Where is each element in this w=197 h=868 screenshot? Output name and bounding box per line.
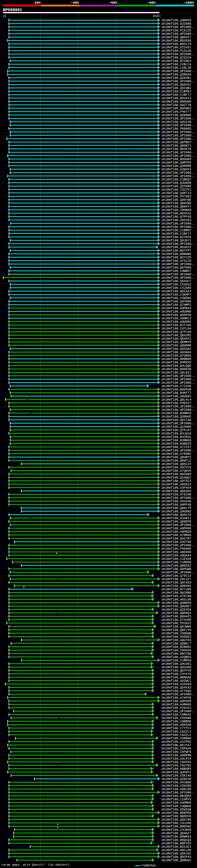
svg-text:UniRef100_O22608: UniRef100_O22608 <box>162 22 191 26</box>
svg-text:UniRef100_C9ZZL3: UniRef100_C9ZZL3 <box>162 730 191 734</box>
svg-text:UniRef100_C4JA45: UniRef100_C4JA45 <box>162 286 191 290</box>
svg-text:UniRef100_C1E4X6: UniRef100_C1E4X6 <box>162 557 191 561</box>
svg-text:UniRef100_B6KPK0: UniRef100_B6KPK0 <box>162 811 191 815</box>
svg-text:UniRef100_A1CPH2: UniRef100_A1CPH2 <box>162 740 191 744</box>
svg-text:UniRef100_Q3U850: UniRef100_Q3U850 <box>162 181 191 185</box>
svg-text:UniRef100_Q6BGU2: UniRef100_Q6BGU2 <box>162 859 191 862</box>
svg-text:UniRef100_UPI000..: UniRef100_UPI000.. <box>162 273 195 276</box>
svg-text:UniRef100_P47962: UniRef100_P47962 <box>162 195 191 198</box>
svg-text:UniRef100_UPI000..: UniRef100_UPI000.. <box>162 242 195 246</box>
svg-text:UniRef100_UPI000..: UniRef100_UPI000.. <box>162 70 195 73</box>
svg-text:UniRef100_Q5CPX4: UniRef100_Q5CPX4 <box>162 856 191 859</box>
svg-text:UniRef100_Q5KJU2: UniRef100_Q5KJU2 <box>162 852 191 856</box>
svg-text:UniRef100_C7IXS6: UniRef100_C7IXS6 <box>162 384 191 388</box>
svg-text:UniRef100_UPI000..: UniRef100_UPI000.. <box>162 175 195 178</box>
svg-text:UniRef100_A7R4R2: UniRef100_A7R4R2 <box>162 452 191 456</box>
svg-text:UniRef100_A8UEW1: UniRef100_A8UEW1 <box>162 395 191 398</box>
svg-text:UniRef100_B7PFS8: UniRef100_B7PFS8 <box>162 215 191 219</box>
svg-text:UniRef100_B6RB96: UniRef100_B6RB96 <box>162 358 191 361</box>
svg-text:UniRef100_B3NKK9: UniRef100_B3NKK9 <box>162 439 191 442</box>
svg-text:UniRef100_Q7ZUI0: UniRef100_Q7ZUI0 <box>162 56 191 59</box>
svg-text:UniRef100_C1BEQ7: UniRef100_C1BEQ7 <box>162 178 191 181</box>
svg-text:UniRef100_C5KB00: UniRef100_C5KB00 <box>162 737 191 740</box>
svg-text:UniRef100_B0Z9K8: UniRef100_B0Z9K8 <box>162 473 191 476</box>
svg-text:AlignView.pm Beta rel.7: AlignView.pm Beta rel.7 <box>124 9 160 12</box>
svg-text:UniRef100_B2B802: UniRef100_B2B802 <box>162 645 191 649</box>
svg-text:UniRef100_A9NKC3: UniRef100_A9NKC3 <box>162 317 191 320</box>
svg-text:415|: 415| <box>153 14 161 18</box>
svg-text:UniRef100_B4JQ19: UniRef100_B4JQ19 <box>162 432 191 435</box>
svg-text:UniRef100_Q4UDE7: UniRef100_Q4UDE7 <box>162 605 191 608</box>
svg-text:UniRef100_B4LQQ5: UniRef100_B4LQQ5 <box>162 364 191 368</box>
svg-text:UniRef100_UPI000..: UniRef100_UPI000.. <box>162 130 195 134</box>
svg-text:UniRef100_UPI000..: UniRef100_UPI000.. <box>162 124 195 127</box>
svg-text:UniRef100_C9SGS4: UniRef100_C9SGS4 <box>162 649 191 652</box>
svg-text:UniRef100_A3F4S4: UniRef100_A3F4S4 <box>162 486 191 490</box>
svg-text:UniRef100_B6SQF0: UniRef100_B6SQF0 <box>162 795 191 798</box>
svg-text:UniRef100_A4RHG5: UniRef100_A4RHG5 <box>162 703 191 706</box>
svg-text:UniRef100_Q4S138: UniRef100_Q4S138 <box>162 120 191 124</box>
svg-text:UniRef100_Q59GX9: UniRef100_Q59GX9 <box>162 73 191 76</box>
svg-text:UniRef100_Q5XUC7: UniRef100_Q5XUC7 <box>162 280 191 283</box>
svg-text:UniRef100_A8NXM3: UniRef100_A8NXM3 <box>162 767 191 771</box>
svg-text:UniRef100_A0CLN5: UniRef100_A0CLN5 <box>162 848 191 852</box>
svg-text:UniRef100_UPI000..: UniRef100_UPI000.. <box>162 523 195 527</box>
svg-text:UniRef100_C1BL29: UniRef100_C1BL29 <box>162 66 191 70</box>
svg-text:UniRef100_Q95276: UniRef100_Q95276 <box>162 513 191 517</box>
svg-text:UniRef100_C0L2Z7: UniRef100_C0L2Z7 <box>162 578 191 581</box>
svg-text:=100char.: =100char. <box>141 864 158 867</box>
svg-text:UniRef100_Q4KTI3: UniRef100_Q4KTI3 <box>162 191 191 195</box>
svg-text:UniRef100_A7QAV5: UniRef100_A7QAV5 <box>162 469 191 473</box>
svg-text:UniRef100_UPI000..: UniRef100_UPI000.. <box>162 374 195 378</box>
svg-text:UniRef100_A9S013: UniRef100_A9S013 <box>162 483 191 486</box>
svg-text:UniRef100_Q4FWT2: UniRef100_Q4FWT2 <box>162 771 191 774</box>
svg-text:UniRef100_UPI000..: UniRef100_UPI000.. <box>162 262 195 266</box>
svg-text:~60%: ~60% <box>109 1 118 5</box>
svg-text:UniRef100_A7TZ37: UniRef100_A7TZ37 <box>162 445 191 449</box>
svg-text:UniRef100_UPI000..: UniRef100_UPI000.. <box>162 791 195 795</box>
svg-text:UniRef100_Q56FG6: UniRef100_Q56FG6 <box>162 313 191 317</box>
svg-text:UniRef100_B8N6A6: UniRef100_B8N6A6 <box>162 676 191 679</box>
svg-text:UniRef100_Q58DW5: UniRef100_Q58DW5 <box>162 114 191 117</box>
svg-text:UniRef100_A8HP55: UniRef100_A8HP55 <box>162 19 191 22</box>
svg-text:UniRef100_Q5AGZ7: UniRef100_Q5AGZ7 <box>162 832 191 835</box>
svg-text:UniRef100_A9TXS7: UniRef100_A9TXS7 <box>162 479 191 483</box>
svg-text:Large gaps: ▲(in Query)/- (in: Large gaps: ▲(in Query)/- (in Subject) <box>2 863 70 866</box>
svg-text:UniRef100_Q54XX3: UniRef100_Q54XX3 <box>162 686 191 689</box>
svg-text:UniRef100_Q6XHY2: UniRef100_Q6XHY2 <box>162 337 191 341</box>
svg-text:UniRef100_B0EFW2: UniRef100_B0EFW2 <box>162 825 191 828</box>
svg-text:UniRef100_P15126: UniRef100_P15126 <box>162 49 191 53</box>
svg-text:UniRef100_A2QRE4: UniRef100_A2QRE4 <box>162 655 191 659</box>
svg-text:UniRef100_UPI000..: UniRef100_UPI000.. <box>162 225 195 229</box>
svg-text:UniRef100_Q9Y0H6: UniRef100_Q9Y0H6 <box>162 300 191 303</box>
svg-text:UniRef100_A4S796: UniRef100_A4S796 <box>162 540 191 544</box>
svg-text:UniRef100_C1BF77: UniRef100_C1BF77 <box>162 93 191 97</box>
svg-text:UniRef100_C0NRD6: UniRef100_C0NRD6 <box>162 720 191 723</box>
svg-text:UniRef100_Q6NMY6: UniRef100_Q6NMY6 <box>162 341 191 344</box>
svg-text:UniRef100_Q8MTM3: UniRef100_Q8MTM3 <box>162 161 191 164</box>
svg-text:UniRef100_Q4P5H9: UniRef100_Q4P5H9 <box>162 700 191 703</box>
svg-text:UniRef100_O59953: UniRef100_O59953 <box>162 635 191 639</box>
svg-text:UniRef100_B5DGK8: UniRef100_B5DGK8 <box>162 158 191 161</box>
svg-text:UniRef100_B2WIQ9: UniRef100_B2WIQ9 <box>162 808 191 811</box>
svg-text:BP088901: BP088901 <box>3 8 23 12</box>
svg-text:UniRef100_C1GPV3: UniRef100_C1GPV3 <box>162 798 191 801</box>
svg-text:UniRef100_C6TL04: UniRef100_C6TL04 <box>162 327 191 331</box>
svg-text:UniRef100_B3RNF8: UniRef100_B3RNF8 <box>162 412 191 415</box>
svg-text:UniRef100_B9IAZ4: UniRef100_B9IAZ4 <box>162 290 191 293</box>
svg-text:UniRef100_B0WTL2: UniRef100_B0WTL2 <box>162 459 191 463</box>
svg-text:UniRef100_P46777: UniRef100_P46777 <box>162 110 191 114</box>
svg-text:UniRef100_A7RMX8: UniRef100_A7RMX8 <box>162 534 191 537</box>
svg-text:UniRef100_A7EYA0: UniRef100_A7EYA0 <box>162 595 191 598</box>
svg-text:UniRef100_UPI000..: UniRef100_UPI000.. <box>162 32 195 36</box>
svg-text:UniRef100_Q8AVI7: UniRef100_Q8AVI7 <box>162 36 191 39</box>
svg-text:UniRef100_A6SLG6: UniRef100_A6SLG6 <box>162 598 191 601</box>
svg-text:UniRef100_UPI000..: UniRef100_UPI000.. <box>162 449 195 452</box>
svg-text:UniRef100_Q2GYD4: UniRef100_Q2GYD4 <box>162 608 191 612</box>
svg-text:UniRef100_A9TYC5: UniRef100_A9TYC5 <box>162 466 191 469</box>
svg-text:UniRef100_B5X413: UniRef100_B5X413 <box>162 97 191 100</box>
svg-text:UniRef100_UPI000..: UniRef100_UPI000.. <box>162 222 195 225</box>
svg-text:UniRef100_A5E640: UniRef100_A5E640 <box>162 723 191 727</box>
svg-text:UniRef100_A7S1I9: UniRef100_A7S1I9 <box>162 259 191 262</box>
svg-text:UniRef100_Q4CU60: UniRef100_Q4CU60 <box>162 666 191 669</box>
